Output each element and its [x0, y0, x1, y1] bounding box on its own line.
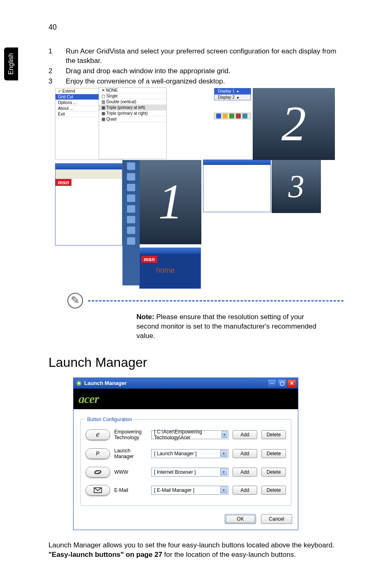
launch-manager-heading: Launch Manager: [48, 355, 344, 370]
step-text: Drag and drop each window into the appro…: [66, 67, 231, 76]
tray-icons: [214, 113, 251, 119]
launcher-strip: [122, 160, 140, 285]
language-tab: English: [4, 47, 18, 80]
path-select[interactable]: [ E-Mail Manager ]▼: [151, 486, 228, 495]
ok-button[interactable]: OK: [225, 514, 256, 524]
step-num: 3: [48, 77, 66, 86]
close-button[interactable]: ✕: [287, 379, 296, 387]
mini-browser-blue: msn home: [139, 248, 201, 289]
app-icon: [76, 380, 82, 386]
body-paragraph-1: Launch Manager allows you to set the fou…: [48, 541, 344, 560]
grid-region-2: 2: [253, 88, 335, 160]
add-button[interactable]: Add: [233, 449, 257, 458]
step-3: 3Enjoy the convenience of a well-organiz…: [48, 77, 344, 86]
titlebar: Launch Manager ─ ▢ ✕: [74, 378, 298, 389]
path-select[interactable]: [ Internet Browser ]▼: [151, 468, 228, 477]
gridvista-layout-submenu: ✕ NONE ▢ Single ▥ Double (vertical) ▦ Tr…: [99, 87, 167, 159]
config-row-empowering: e EmpoweringTechnology [ C:\Acer\Empower…: [85, 429, 286, 440]
config-row-launch-manager: P Launch Manager [ Launch Manager ]▼ Add…: [85, 448, 286, 459]
brand-header: acer: [74, 389, 298, 409]
acer-logo: acer: [78, 392, 99, 405]
row-label: EmpoweringTechnology: [114, 429, 147, 440]
launch-manager-window: Launch Manager ─ ▢ ✕ acer Button Configu…: [73, 378, 298, 530]
chevron-down-icon[interactable]: ▼: [220, 468, 227, 475]
grid-region-1: 1: [140, 160, 201, 244]
path-select[interactable]: [ C:\Acer\Empowering Technology\Acer▼: [151, 430, 228, 439]
grid-region-3: 3: [272, 160, 321, 213]
config-row-email: E-Mail [ E-Mail Manager ]▼ Add Delete: [85, 485, 286, 496]
add-button[interactable]: Add: [233, 468, 257, 477]
step-num: 1: [48, 47, 66, 66]
row-label: E-Mail: [114, 487, 147, 493]
add-button[interactable]: Add: [233, 486, 257, 495]
note-divider: [88, 300, 344, 301]
step-2: 2Drag and drop each window into the appr…: [48, 67, 344, 76]
key-www-icon: [85, 467, 110, 477]
window-title: Launch Manager: [84, 380, 127, 386]
step-text: Enjoy the convenience of a well-organize…: [66, 77, 225, 86]
step-num: 2: [48, 67, 66, 76]
display-1-label: Display 1 ▸: [214, 88, 251, 94]
key-mail-icon: [85, 485, 110, 496]
add-button[interactable]: Add: [233, 430, 257, 439]
delete-button[interactable]: Delete: [261, 430, 286, 439]
step-1: 1Run Acer GridVista and select your pref…: [48, 47, 344, 66]
steps-list: 1Run Acer GridVista and select your pref…: [48, 47, 344, 86]
cancel-button[interactable]: Cancel: [261, 514, 292, 524]
display-2-label: Display 2 ▸: [214, 94, 251, 100]
step-text: Run Acer GridVista and select your prefe…: [66, 47, 344, 66]
gridvista-screenshot: ✓ Extend Grid Col Options ... About ... …: [55, 88, 344, 289]
button-configuration-group: Button Configuration e EmpoweringTechnol…: [80, 417, 291, 506]
row-label: WWW: [114, 469, 147, 475]
note-icon: ✎: [67, 293, 83, 308]
chevron-down-icon[interactable]: ▼: [220, 487, 227, 493]
group-legend: Button Configuration: [85, 417, 134, 422]
config-row-www: WWW [ Internet Browser ]▼ Add Delete: [85, 467, 286, 477]
delete-button[interactable]: Delete: [261, 468, 286, 477]
note-text: Note: Please ensure that the resolution …: [136, 313, 344, 341]
minimize-button[interactable]: ─: [267, 379, 277, 387]
row-label: Launch Manager: [114, 448, 147, 459]
chevron-down-icon[interactable]: ▼: [221, 431, 227, 438]
mini-browser: [203, 160, 271, 212]
path-select[interactable]: [ Launch Manager ]▼: [151, 449, 228, 458]
key-e-icon: e: [85, 429, 110, 440]
maximize-button[interactable]: ▢: [277, 379, 286, 387]
page-number: 40: [48, 23, 57, 32]
chevron-down-icon[interactable]: ▼: [220, 450, 227, 457]
key-p-icon: P: [85, 448, 110, 459]
delete-button[interactable]: Delete: [261, 486, 286, 495]
delete-button[interactable]: Delete: [261, 449, 286, 458]
mini-browser-left: msn: [55, 163, 122, 246]
